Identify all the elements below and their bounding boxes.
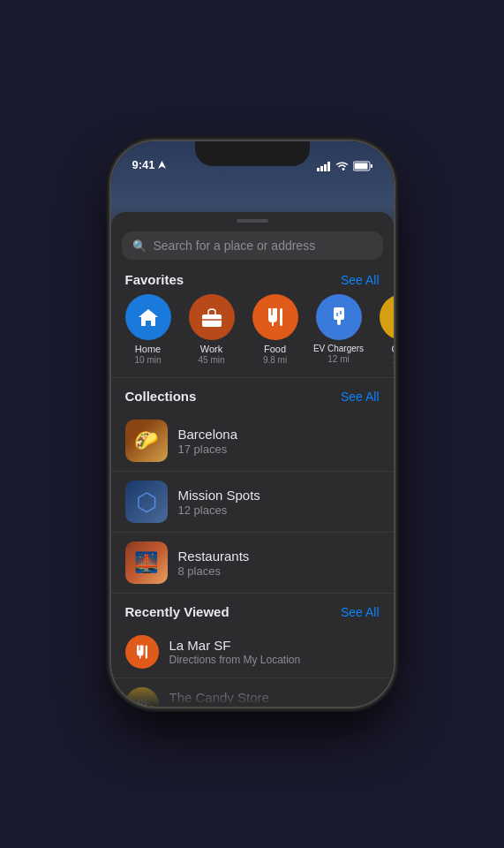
grocery-icon (392, 307, 394, 327)
battery-icon (353, 161, 372, 171)
favorite-food-sub: 9.8 mi (263, 355, 287, 365)
svg-rect-10 (280, 308, 282, 326)
favorite-food-label: Food (264, 344, 286, 354)
favorite-food[interactable]: Food 9.8 mi (249, 294, 302, 365)
location-arrow-icon (158, 161, 166, 169)
favorite-food-icon (252, 294, 298, 340)
svg-rect-3 (324, 164, 327, 171)
svg-rect-1 (317, 168, 320, 171)
favorite-ev-label: EV Chargers (313, 344, 364, 353)
recent-lamar-info: La Mar SF Directions from My Location (169, 638, 301, 666)
favorite-grocery-icon (380, 294, 394, 340)
favorites-list: Home 10 min Work 45 min (111, 294, 394, 377)
bottom-sheet: 🔍 Search for a place or address Favorite… (111, 212, 394, 707)
favorite-grocery[interactable]: Groc 13 m (376, 294, 394, 365)
divider-2 (111, 593, 394, 594)
status-time: 9:41 (132, 158, 166, 171)
favorites-title: Favorites (125, 272, 184, 287)
food-icon (266, 307, 285, 328)
sheet-handle (237, 219, 268, 223)
svg-rect-2 (320, 166, 323, 171)
collection-restaurants-name: Restaurants (178, 549, 250, 564)
favorite-grocery-sub: 13 m (392, 355, 393, 365)
fade-mask (111, 671, 394, 707)
collection-barcelona-info: Barcelona 17 places (178, 427, 238, 456)
recently-viewed-title: Recently Viewed (125, 604, 229, 619)
phone-screen: 9:41 (111, 141, 394, 707)
collections-see-all[interactable]: See All (341, 390, 380, 404)
favorite-ev[interactable]: EV Chargers 12 mi (312, 294, 365, 365)
food-recent-icon (134, 644, 150, 660)
collection-mission[interactable]: Mission Spots 12 places (111, 472, 394, 533)
status-icons (317, 161, 372, 171)
svg-marker-0 (158, 161, 166, 169)
recent-lamar-sub: Directions from My Location (169, 654, 301, 666)
collection-restaurants-info: Restaurants 8 places (178, 549, 250, 578)
favorites-header: Favorites See All (111, 270, 394, 294)
recently-viewed-header: Recently Viewed See All (111, 602, 394, 626)
collection-barcelona-name: Barcelona (178, 427, 238, 442)
favorite-home-sub: 10 min (134, 355, 161, 365)
search-placeholder: Search for a place or address (154, 238, 316, 253)
collection-mission-thumb (125, 481, 168, 523)
recently-viewed-see-all[interactable]: See All (341, 605, 380, 619)
home-icon (137, 307, 160, 328)
search-icon: 🔍 (132, 239, 147, 253)
svg-rect-7 (354, 163, 367, 170)
favorite-home[interactable]: Home 10 min (122, 294, 175, 365)
recent-lamar-name: La Mar SF (169, 638, 301, 653)
favorite-work-sub: 45 min (198, 355, 224, 365)
favorite-work-label: Work (200, 344, 222, 354)
svg-rect-6 (371, 164, 372, 168)
phone-frame: 9:41 (111, 141, 394, 707)
collection-restaurants-places: 8 places (178, 564, 250, 578)
collection-barcelona[interactable]: Barcelona 17 places (111, 411, 394, 472)
collections-header: Collections See All (111, 387, 394, 411)
favorite-home-label: Home (135, 344, 161, 354)
favorite-grocery-label: Groc (392, 344, 394, 354)
collection-barcelona-thumb (125, 420, 168, 462)
divider-1 (111, 377, 394, 378)
wifi-icon (335, 162, 349, 171)
collection-mission-info: Mission Spots 12 places (178, 488, 260, 517)
svg-rect-8 (202, 314, 222, 327)
favorites-see-all[interactable]: See All (341, 273, 380, 287)
collection-mission-name: Mission Spots (178, 488, 260, 503)
favorite-home-icon (125, 294, 171, 340)
favorite-ev-sub: 12 mi (327, 354, 349, 364)
signal-icon (317, 162, 331, 171)
collection-mission-places: 12 places (178, 504, 260, 517)
ev-icon (329, 306, 349, 329)
svg-rect-14 (145, 646, 147, 659)
collection-barcelona-places: 17 places (178, 443, 238, 456)
recent-lamar-icon (125, 635, 159, 669)
collection-restaurants-thumb (125, 541, 168, 584)
notch (195, 141, 310, 166)
svg-rect-4 (327, 162, 330, 171)
favorite-ev-icon (316, 294, 362, 340)
collections-title: Collections (125, 389, 197, 404)
favorite-work-icon (189, 294, 235, 340)
search-bar[interactable]: 🔍 Search for a place or address (122, 231, 383, 260)
collection-restaurants[interactable]: Restaurants 8 places (111, 533, 394, 593)
work-icon (201, 307, 222, 327)
favorite-work[interactable]: Work 45 min (185, 294, 238, 365)
scroll-content: Favorites See All Home 10 min (111, 270, 394, 707)
